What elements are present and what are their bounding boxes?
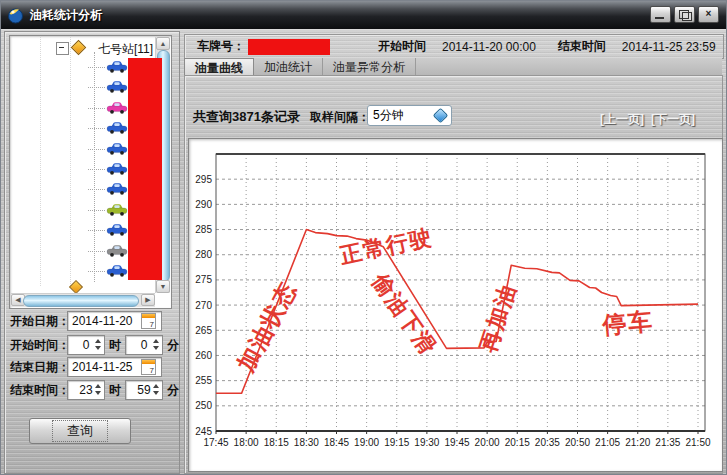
tab-2[interactable]: 油量异常分析 [323,58,416,75]
x-tick-label: 19:15 [384,437,409,448]
tree-connector [88,189,105,190]
calendar-icon: 7 [150,366,154,375]
start-minute-stepper[interactable]: 0 [125,335,163,355]
x-tick-label: 18:45 [324,437,349,448]
end-date-label: 结束日期： [10,359,66,376]
car-icon [106,182,128,195]
chart-annotations: 加油状态正常行驶偷油下滑再加油停车 [232,224,654,376]
tree-root-node[interactable]: 七号站[11] [10,40,171,56]
y-tick-label: 245 [195,426,212,437]
end-date-calendar-button[interactable]: 7 [141,359,156,375]
x-tick-label: 20:35 [535,437,560,448]
collapse-icon[interactable] [56,42,69,55]
stepper-arrows-icon[interactable] [95,338,102,351]
query-button[interactable]: 查询 [29,418,131,444]
car-icon [106,244,128,257]
station-label[interactable]: 七号站[11] [98,41,153,58]
car-icon [106,60,128,73]
sidebar: 七号站[11] ▲ ▼ ◀ ▶ 开始日期： 2014-11-20 7 [4,31,180,474]
calendar-icon: 7 [150,320,154,329]
hour-unit-label: 时 [109,382,121,399]
tab-0[interactable]: 油量曲线 [184,58,254,75]
annotation-label: 加油状态 [232,277,301,377]
prev-page-link[interactable]: [上一页] [600,111,644,128]
end-time-value: 2014-11-25 23:59 [622,40,716,54]
tree-connector [88,108,105,109]
y-tick-label: 280 [195,249,212,260]
start-time-value: 2014-11-20 00:00 [442,40,536,54]
car-icon [106,162,128,175]
tree-connector [88,210,105,211]
car-icon [106,142,128,155]
annotation-label: 停车 [600,307,654,338]
scroll-up-icon[interactable]: ▲ [156,37,170,50]
tree-guide-line [70,36,71,286]
start-time-header-label: 开始时间 [378,38,426,55]
station-icon [71,40,87,56]
x-tick-label: 17:45 [203,437,228,448]
tree-horizontal-scrollbar[interactable]: ◀ ▶ [11,293,155,307]
next-page-link[interactable]: [下一页] [651,111,695,128]
end-hour-stepper[interactable]: 23 [67,380,105,400]
end-time-row: 结束时间： 23 时 59 分 [10,382,66,402]
start-date-calendar-button[interactable]: 7 [141,313,156,329]
restore-button[interactable] [674,6,695,23]
fuel-level-chart: 24525025526026527027528028529029517:4518… [189,139,720,469]
car-icon [106,203,128,216]
x-tick-label: 21:20 [625,437,650,448]
y-tick-label: 265 [195,325,212,336]
y-tick-label: 270 [195,300,212,311]
y-tick-label: 295 [195,174,212,185]
station-icon-partial [69,280,83,294]
tree-connector [88,128,105,129]
x-tick-label: 20:00 [475,437,500,448]
start-time-row: 开始时间： 0 时 0 分 [10,337,66,357]
record-count: 共查询3871条记录 [193,108,300,126]
sample-interval-select[interactable]: 5分钟 [367,105,452,126]
tab-1[interactable]: 加油统计 [254,58,323,75]
y-tick-label: 260 [195,350,212,361]
end-minute-stepper[interactable]: 59 [125,380,163,400]
stepper-arrows-icon[interactable] [153,383,160,396]
end-time-label: 结束时间： [10,382,66,399]
x-tick-label: 19:45 [444,437,469,448]
scroll-down-icon[interactable]: ▼ [156,280,170,293]
tree-connector [88,149,105,150]
redacted-plate-number [248,39,330,55]
tree-connector [88,67,105,68]
y-tick-label: 250 [195,400,212,411]
tree-connector [88,169,105,170]
end-time-header-label: 结束时间 [558,38,606,55]
plate-label: 车牌号： [197,38,245,55]
car-icon [106,121,128,134]
y-tick-label: 275 [195,274,212,285]
pagination: [上一页] [下一页] [600,111,695,128]
tree-guide-line [40,36,41,286]
vehicle-tree: 七号站[11] ▲ ▼ ◀ ▶ [9,35,172,309]
x-tick-label: 18:00 [234,437,259,448]
y-tick-label: 255 [195,375,212,386]
car-icon [106,101,128,114]
x-tick-label: 21:05 [595,437,620,448]
scroll-right-icon[interactable]: ▶ [141,294,155,306]
fuel-chart-panel: 24525025526026527027528028529029517:4518… [188,138,723,472]
annotation-label: 正常行驶 [337,224,435,268]
minimize-button[interactable] [650,6,671,23]
end-date-row: 结束日期： 2014-11-25 7 [10,359,66,379]
car-icon [106,264,128,277]
tree-connector [88,271,105,272]
horizontal-scroll-thumb[interactable] [23,295,139,307]
tree-connector [88,251,105,252]
minimize-icon [655,17,664,19]
annotation-label: 再加油 [475,280,521,355]
x-tick-label: 19:00 [354,437,379,448]
app-globe-icon [7,7,24,24]
x-tick-label: 20:50 [565,437,590,448]
query-info-bar: 车牌号： 开始时间 2014-11-20 00:00 结束时间 2014-11-… [184,34,724,59]
x-tick-label: 19:30 [414,437,439,448]
stepper-arrows-icon[interactable] [153,338,160,351]
car-icon [106,80,128,93]
start-hour-stepper[interactable]: 0 [67,335,105,355]
stepper-arrows-icon[interactable] [95,383,102,396]
close-button[interactable]: × [698,6,719,23]
